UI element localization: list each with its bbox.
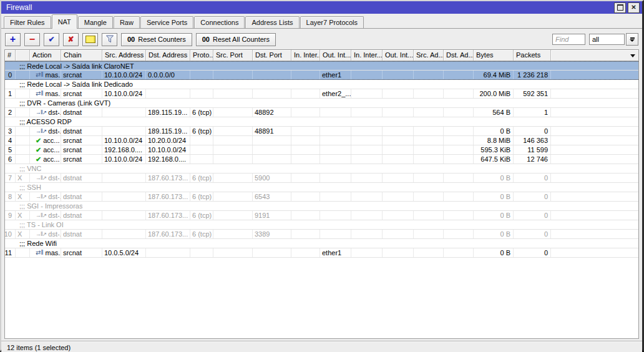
table-header: #ActionChainSrc. AddressDst. AddressProt… bbox=[5, 50, 638, 61]
nat-rule-row[interactable]: 4✔acc...srcnat10.10.0.0/2410.20.0.0/248.… bbox=[5, 136, 638, 145]
column-header-out_interface[interactable]: Out. Int... bbox=[320, 50, 351, 61]
scope-combo[interactable]: all bbox=[589, 33, 638, 46]
tab-layer7-protocols[interactable]: Layer7 Protocols bbox=[300, 16, 364, 28]
title-bar[interactable]: Firewall ✕ bbox=[1, 1, 642, 14]
column-header-dst_port[interactable]: Dst. Port bbox=[253, 50, 291, 61]
nat-rules-table: #ActionChainSrc. AddressDst. AddressProt… bbox=[4, 49, 639, 339]
cell-action: →‖↗dst-... bbox=[30, 192, 61, 201]
comment-row[interactable]: ;;; DVR - Cameras (Link GVT) bbox=[5, 99, 638, 108]
tab-filter-rules[interactable]: Filter Rules bbox=[4, 16, 51, 28]
comment-row[interactable]: ;;; TS - Link OI bbox=[5, 220, 638, 230]
nat-rule-row[interactable]: 10X→‖↗dst-...dstnat187.60.173...6 (tcp)3… bbox=[5, 230, 638, 239]
cell-in_interface_list bbox=[351, 192, 383, 201]
tab-connections[interactable]: Connections bbox=[194, 16, 245, 28]
cell-packets: 0 bbox=[514, 248, 551, 257]
enable-button[interactable]: ✔ bbox=[44, 33, 59, 46]
tab-mangle[interactable]: Mangle bbox=[78, 16, 113, 28]
comment-row[interactable]: ;;; SGI - Impressoras bbox=[5, 202, 638, 211]
comment-text: ;;; SGI - Impressoras bbox=[5, 202, 82, 210]
comment-row[interactable]: ;;; Rede Local -> Saída link ClaroNET bbox=[5, 61, 638, 71]
cell-src_address: 10.10.0.0/24 bbox=[102, 136, 146, 145]
cell-dst_address_list bbox=[444, 71, 474, 79]
cell-in_interface bbox=[291, 211, 320, 220]
comment-row[interactable]: ;;; Rede Wifi bbox=[5, 239, 638, 248]
cell-bytes: 595.3 KiB bbox=[474, 145, 514, 154]
column-header-protocol[interactable]: Proto... bbox=[190, 50, 213, 61]
scope-dropdown-button[interactable] bbox=[626, 33, 638, 46]
comment-row[interactable]: ;;; Rede Local -> Saída link Dedicado bbox=[5, 80, 638, 89]
tab-address-lists[interactable]: Address Lists bbox=[245, 16, 299, 28]
comment-row[interactable]: ;;; ACESSO RDP bbox=[5, 117, 638, 127]
action-label: dst-... bbox=[48, 212, 61, 219]
find-group: all bbox=[552, 33, 638, 46]
column-header-out_interface_list[interactable]: Out. Int... bbox=[383, 50, 414, 61]
reset-counters-button[interactable]: 00Reset Counters bbox=[121, 33, 192, 46]
cell-num: 8 bbox=[5, 192, 16, 201]
nat-rule-row[interactable]: 3→‖↗dst-...dstnat189.115.19...6 (tcp)488… bbox=[5, 127, 638, 136]
cell-filler bbox=[551, 108, 638, 117]
close-button[interactable]: ✕ bbox=[628, 2, 640, 13]
column-header-src_address[interactable]: Src. Address bbox=[102, 50, 146, 61]
cell-chain: dstnat bbox=[61, 127, 102, 135]
find-input[interactable] bbox=[552, 34, 585, 45]
cell-filler bbox=[551, 174, 638, 182]
cell-src_address_list bbox=[414, 192, 444, 201]
cell-dst_address bbox=[146, 248, 190, 257]
column-header-in_interface[interactable]: In. Inter... bbox=[291, 50, 320, 61]
cell-action: ⇄‖mas... bbox=[30, 71, 61, 79]
nat-rule-row[interactable]: 1⇄‖mas...srcnat10.10.0.0/24ether2_...200… bbox=[5, 89, 638, 99]
action-label: acc... bbox=[43, 155, 59, 163]
remove-button[interactable]: − bbox=[24, 33, 40, 46]
column-header-src_address_list[interactable]: Src. Ad... bbox=[414, 50, 444, 61]
nat-rule-row[interactable]: 8X→‖↗dst-...dstnat187.60.173...6 (tcp)65… bbox=[5, 192, 638, 202]
cell-num: 9 bbox=[5, 211, 16, 220]
add-button[interactable]: + bbox=[5, 33, 21, 46]
comment-text: ;;; VNC bbox=[5, 164, 41, 173]
column-header-num[interactable]: # bbox=[5, 50, 16, 61]
action-label: dst-... bbox=[48, 230, 61, 238]
tab-nat[interactable]: NAT bbox=[52, 14, 77, 29]
cell-src_port bbox=[213, 108, 253, 117]
column-header-flag[interactable] bbox=[16, 50, 30, 61]
column-header-src_port[interactable]: Src. Port bbox=[213, 50, 253, 61]
nat-rule-row[interactable]: 7X→‖↗dst-...dstnat187.60.173...6 (tcp)59… bbox=[5, 174, 638, 183]
column-header-bytes[interactable]: Bytes bbox=[474, 50, 514, 61]
nat-rule-row[interactable]: 9X→‖↗dst-...dstnat187.60.173...6 (tcp)91… bbox=[5, 211, 638, 220]
comment-text: ;;; Rede Wifi bbox=[5, 239, 57, 248]
nat-rule-row[interactable]: 2→‖↗dst-...dstnat189.115.19...6 (tcp)488… bbox=[5, 108, 638, 117]
column-header-packets[interactable]: Packets bbox=[514, 50, 551, 61]
column-selector-icon[interactable] bbox=[630, 54, 635, 57]
tab-raw[interactable]: Raw bbox=[114, 16, 140, 28]
nat-rule-row[interactable]: 6✔acc...srcnat10.10.0.0/24192.168.0....6… bbox=[5, 155, 638, 164]
comment-row[interactable]: ;;; VNC bbox=[5, 164, 638, 174]
cell-filler bbox=[551, 155, 638, 164]
cell-src_address bbox=[102, 230, 146, 238]
cell-src_address bbox=[102, 211, 146, 220]
comment-button[interactable] bbox=[82, 33, 98, 46]
cell-chain: dstnat bbox=[61, 211, 102, 220]
filter-button[interactable] bbox=[102, 33, 117, 46]
column-header-in_interface_list[interactable]: In. Inter... bbox=[351, 50, 383, 61]
cell-out_interface_list bbox=[383, 136, 414, 145]
disable-button[interactable]: ✘ bbox=[63, 33, 79, 46]
column-header-dst_address[interactable]: Dst. Address bbox=[146, 50, 190, 61]
tab-service-ports[interactable]: Service Ports bbox=[140, 16, 193, 28]
nat-rule-row[interactable]: 0⇄‖mas...srcnat10.10.0.0/240.0.0.0/0ethe… bbox=[5, 71, 638, 80]
column-header-action[interactable]: Action bbox=[30, 50, 61, 61]
cell-dst_address_list bbox=[444, 145, 474, 154]
nat-rule-row[interactable]: 5✔acc...srcnat192.168.0....10.10.0.0/245… bbox=[5, 145, 638, 155]
cell-dst_port: 48891 bbox=[253, 127, 291, 135]
cell-packets: 0 bbox=[514, 192, 551, 201]
comment-row[interactable]: ;;; SSH bbox=[5, 183, 638, 192]
maximize-button[interactable] bbox=[614, 2, 626, 13]
cell-filler bbox=[551, 127, 638, 135]
cell-dst_address_list bbox=[444, 174, 474, 182]
cell-chain: srcnat bbox=[61, 248, 102, 257]
cell-num: 4 bbox=[5, 136, 16, 145]
reset-all-counters-button[interactable]: 00Reset All Counters bbox=[196, 33, 276, 46]
cell-flag bbox=[16, 145, 30, 154]
maximize-icon bbox=[617, 4, 623, 11]
nat-rule-row[interactable]: 11⇄‖mas...srcnat10.0.5.0/24ether10 B0 bbox=[5, 248, 638, 258]
column-header-chain[interactable]: Chain bbox=[61, 50, 102, 61]
column-header-dst_address_list[interactable]: Dst. Ad... bbox=[444, 50, 474, 61]
